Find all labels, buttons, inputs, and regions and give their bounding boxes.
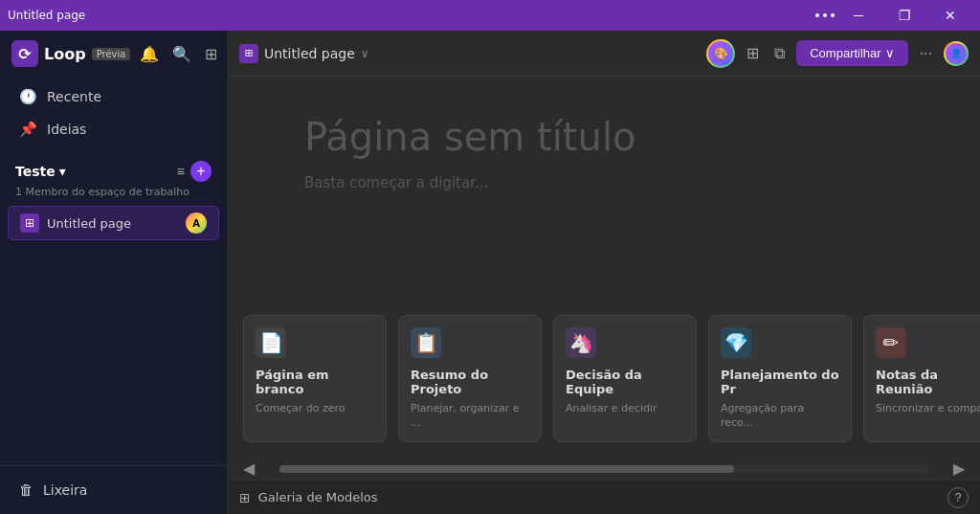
- template-card-name-0: Página em branco: [256, 368, 374, 396]
- template-section: 📄 Página em branco Começar do zero 📋 Res…: [228, 303, 980, 454]
- workspace-header: Teste ▾ ≡ +: [0, 149, 227, 186]
- sidebar-item-recente[interactable]: 🕐 Recente: [4, 80, 223, 113]
- toolbar-avatar: 🎨: [708, 41, 733, 66]
- toolbar-user-avatar: 👤: [944, 41, 969, 66]
- sidebar-topbar: ⟳ Loop Prévia 🔔 🔍 ⊞: [0, 31, 227, 77]
- grid-button[interactable]: ⊞: [203, 43, 219, 65]
- close-button[interactable]: ✕: [928, 0, 972, 31]
- titlebar-more-btn[interactable]: [815, 0, 835, 31]
- gallery-grid-icon: ⊞: [239, 490, 251, 505]
- share-label: Compartilhar: [810, 46, 880, 60]
- page-item-avatar: A: [186, 212, 207, 234]
- share-chevron: ∨: [885, 46, 895, 60]
- template-card-icon-3: 💎: [721, 327, 751, 358]
- page-item-label: Untitled page: [47, 216, 178, 231]
- template-card-name-4: Notas da Reunião: [876, 368, 980, 396]
- sidebar-nav: 🕐 Recente 📌 Ideias: [0, 77, 227, 149]
- workspace-subtitle: 1 Membro do espaço de trabalho: [0, 186, 227, 206]
- toolbar-user-icon: 👤: [946, 43, 967, 64]
- search-button[interactable]: 🔍: [170, 43, 193, 65]
- template-card-icon-1: 📋: [411, 327, 441, 358]
- scrollbar-thumb: [279, 465, 734, 473]
- toolbar-copy-button[interactable]: ⧉: [770, 41, 789, 66]
- workspace-menu-button[interactable]: ≡: [177, 164, 185, 179]
- scroll-right-button[interactable]: ▶: [949, 458, 969, 480]
- workspace-chevron: ▾: [59, 164, 66, 179]
- scroll-left-button[interactable]: ◀: [239, 458, 258, 480]
- bottom-nav: ⊞ Galeria de Modelos ?: [228, 480, 980, 514]
- template-card-icon-0: 📄: [256, 327, 286, 358]
- workspace-title: Teste ▾: [15, 164, 66, 179]
- preview-badge: Prévia: [92, 48, 131, 60]
- scrollbar-row: ◀ ▶: [239, 458, 969, 480]
- app-body: ⟳ Loop Prévia 🔔 🔍 ⊞ 🕐 Recente 📌 Ideias: [0, 31, 980, 514]
- template-card-name-2: Decisão da Equipe: [566, 368, 684, 396]
- template-card-4[interactable]: ✏️ Notas da Reunião Sincronizar e compa.…: [863, 315, 980, 442]
- toolbar-page-title: ⊞ Untitled page ∨: [239, 44, 699, 63]
- sidebar-item-recente-label: Recente: [47, 89, 101, 104]
- gallery-label: Galeria de Modelos: [258, 490, 378, 504]
- recente-icon: 🕐: [19, 88, 37, 105]
- sidebar-item-lixeira[interactable]: 🗑 Lixeira: [4, 474, 223, 506]
- titlebar-title: Untitled page: [8, 9, 85, 22]
- dot1: [815, 13, 819, 17]
- toolbar-settings-button[interactable]: ⊞: [743, 40, 763, 66]
- template-card-name-3: Planejamento do Pr: [721, 368, 839, 396]
- workspace-actions: ≡ +: [177, 161, 212, 182]
- template-scroll: 📄 Página em branco Começar do zero 📋 Res…: [228, 315, 980, 454]
- toolbar-page-icon: ⊞: [239, 44, 258, 63]
- dot3: [831, 13, 835, 17]
- template-card-3[interactable]: 💎 Planejamento do Pr Agregação para reco…: [708, 315, 852, 442]
- ideias-icon: 📌: [19, 121, 37, 138]
- sidebar-item-ideias[interactable]: 📌 Ideias: [4, 113, 223, 145]
- template-card-1[interactable]: 📋 Resumo do Projeto Planejar, organizar …: [398, 315, 542, 442]
- scrollbar-area: ◀ ▶: [228, 454, 980, 480]
- lixeira-icon: 🗑: [19, 481, 33, 499]
- toolbar: ⊞ Untitled page ∨ 🎨 ⊞ ⧉ Compartilhar ∨ ·…: [228, 31, 980, 77]
- template-card-2[interactable]: 🦄 Decisão da Equipe Analisar e decidir: [553, 315, 697, 442]
- minimize-button[interactable]: ─: [836, 0, 880, 31]
- template-card-icon-4: ✏️: [876, 327, 906, 358]
- page-item-untitled[interactable]: ⊞ Untitled page A: [8, 206, 219, 240]
- toolbar-avatar-ring: 🎨: [706, 39, 735, 68]
- template-card-desc-1: Planejar, organizar e ...: [411, 402, 529, 430]
- dot2: [823, 13, 827, 17]
- template-card-desc-2: Analisar e decidir: [566, 402, 684, 415]
- scrollbar-track[interactable]: [279, 465, 928, 473]
- template-card-desc-3: Agregação para reco...: [721, 402, 839, 430]
- workspace-add-button[interactable]: +: [190, 161, 212, 182]
- pages-list: ⊞ Untitled page A: [0, 206, 227, 240]
- template-card-desc-4: Sincronizar e compa...: [876, 402, 980, 415]
- editor-area[interactable]: Página sem título Basta começar a digita…: [228, 77, 980, 303]
- template-card-0[interactable]: 📄 Página em branco Começar do zero: [243, 315, 387, 442]
- template-card-icon-2: 🦄: [566, 327, 596, 358]
- editor-placeholder: Basta começar a digitar...: [304, 174, 903, 191]
- help-button[interactable]: ?: [947, 487, 969, 508]
- loop-name: Loop: [44, 45, 86, 63]
- main-content: ⊞ Untitled page ∨ 🎨 ⊞ ⧉ Compartilhar ∨ ·…: [228, 31, 980, 514]
- toolbar-chevron: ∨: [361, 47, 369, 60]
- template-card-desc-0: Começar do zero: [256, 402, 374, 415]
- notifications-button[interactable]: 🔔: [138, 43, 161, 65]
- template-card-name-1: Resumo do Projeto: [411, 368, 529, 396]
- toolbar-right: ⊞ ⧉ Compartilhar ∨ ··· 👤: [743, 40, 969, 66]
- toolbar-more-button[interactable]: ···: [916, 41, 936, 66]
- workspace-name: Teste: [15, 164, 56, 179]
- sidebar-topbar-icons: 🔔 🔍 ⊞: [138, 43, 219, 65]
- toolbar-page-name: Untitled page: [264, 46, 355, 61]
- sidebar-footer: 🗑 Lixeira: [0, 465, 227, 514]
- sidebar: ⟳ Loop Prévia 🔔 🔍 ⊞ 🕐 Recente 📌 Ideias: [0, 31, 228, 514]
- titlebar-controls: ─ ❐ ✕: [815, 0, 972, 31]
- sidebar-item-ideias-label: Ideias: [47, 122, 86, 137]
- titlebar: Untitled page ─ ❐ ✕: [0, 0, 980, 31]
- restore-button[interactable]: ❐: [882, 0, 926, 31]
- page-item-icon: ⊞: [20, 213, 39, 233]
- loop-icon: ⟳: [11, 40, 38, 67]
- sidebar-item-lixeira-label: Lixeira: [43, 482, 87, 498]
- toolbar-center: 🎨: [706, 39, 735, 68]
- share-button[interactable]: Compartilhar ∨: [796, 40, 907, 66]
- editor-title: Página sem título: [304, 115, 903, 159]
- loop-logo: ⟳ Loop Prévia: [11, 40, 130, 67]
